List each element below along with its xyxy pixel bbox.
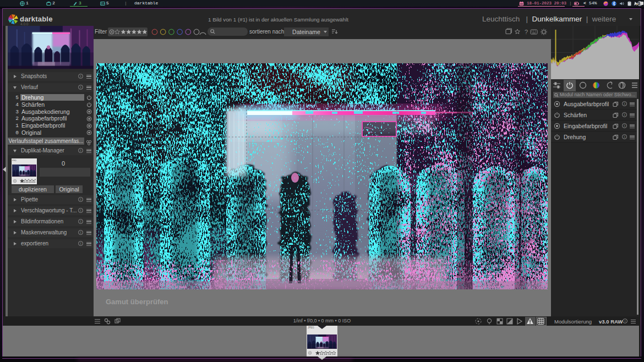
- svg-text:?: ?: [525, 29, 528, 35]
